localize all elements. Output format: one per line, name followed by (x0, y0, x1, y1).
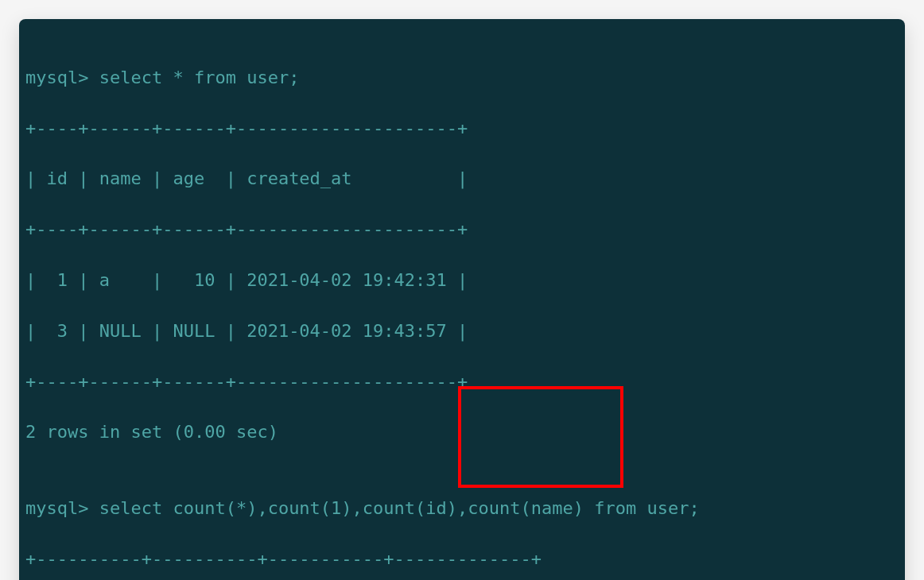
sql-prompt-line: mysql> select count(*),count(1),count(id… (25, 496, 899, 521)
table-row: | 3 | NULL | NULL | 2021-04-02 19:43:57 … (25, 319, 899, 344)
table-border: +----+------+------+--------------------… (25, 217, 899, 242)
table-header-row: | id | name | age | created_at | (25, 166, 899, 191)
table-border: +----+------+------+--------------------… (25, 369, 899, 395)
table-border: +----+------+------+--------------------… (25, 116, 899, 141)
result-status: 2 rows in set (0.00 sec) (25, 420, 899, 445)
terminal-window: mysql> select * from user; +----+------+… (19, 19, 905, 580)
terminal-content[interactable]: mysql> select * from user; +----+------+… (19, 40, 905, 580)
table-row: | 1 | a | 10 | 2021-04-02 19:42:31 | (25, 268, 899, 293)
table-border: +----------+----------+-----------+-----… (25, 547, 899, 572)
sql-prompt-line: mysql> select * from user; (25, 65, 899, 91)
